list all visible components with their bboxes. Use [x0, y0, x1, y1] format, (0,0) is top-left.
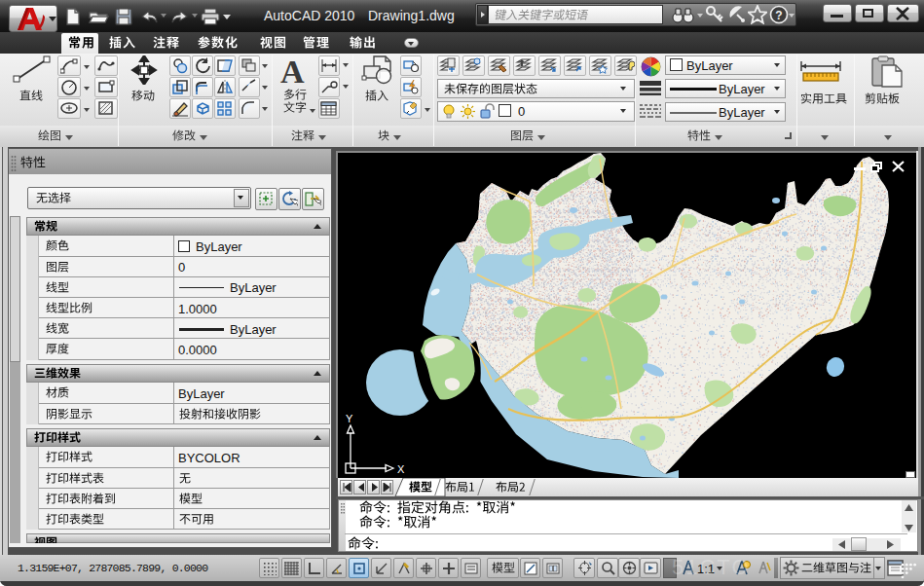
- svg-text:?: ?: [775, 9, 782, 22]
- svg-text:Y: Y: [346, 413, 353, 424]
- svg-text:X: X: [397, 463, 405, 475]
